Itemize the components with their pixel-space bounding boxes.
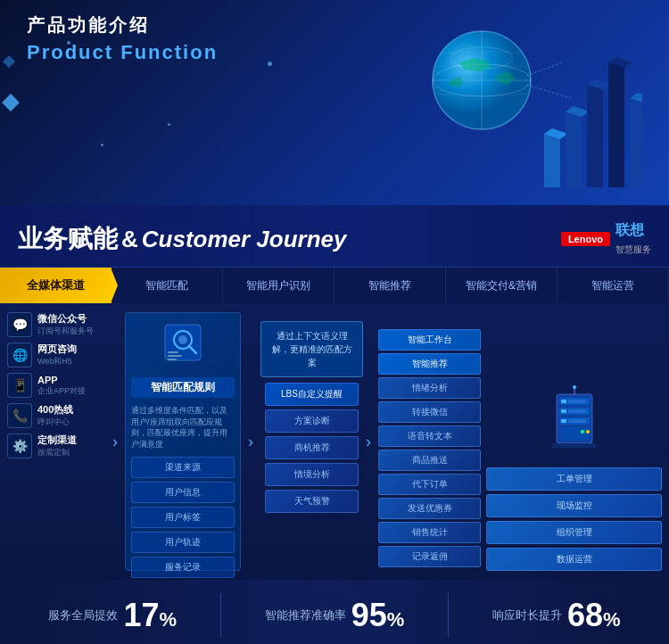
stat-accuracy-value: 95%: [351, 599, 405, 632]
section-title: 业务赋能 & Customer Journey: [18, 222, 347, 256]
stat-divider-1: [220, 593, 221, 638]
management-column: 工单管理 现场监控 组织管理 数据运营: [486, 312, 662, 571]
svg-point-35: [581, 430, 584, 433]
channel-custom-name: 定制渠道: [37, 433, 77, 447]
svg-rect-21: [168, 351, 178, 353]
svg-point-36: [586, 430, 590, 433]
diamond-decoration: [2, 94, 20, 111]
stat-divider-2: [448, 593, 449, 638]
svg-rect-39: [552, 443, 597, 448]
wechat-icon: 💬: [7, 312, 32, 337]
arrow-3: ›: [364, 312, 373, 571]
stat-response: 响应时长提升 68%: [492, 599, 621, 632]
statistics-bar: 服务全局提效 17% 智能推荐准确率 95% 响应时长提升 68%: [0, 580, 669, 644]
stat-accuracy-label: 智能推荐准确率: [265, 607, 346, 623]
channel-hotline-name: 400热线: [37, 403, 73, 417]
middle-column: 通过上下文语义理解，更精准的匹配方案 LBS自定义提醒 方案诊断 商机推荐 情境…: [260, 312, 359, 571]
matching-rules-box: 智能匹配规则 通过多维度条件匹配，以及用户/座席组双向匹配应规则，匹配最优座席，…: [125, 312, 241, 571]
smart-item-2: 情绪分析: [378, 377, 481, 399]
svg-line-16: [526, 85, 571, 98]
lbs-item-2: 商机推荐: [265, 436, 359, 459]
channel-wechat: 💬 微信公众号 订阅号和服务号: [7, 312, 105, 337]
svg-rect-30: [568, 409, 586, 413]
channel-web-name: 网页咨询: [37, 343, 77, 356]
channel-hotline: 📞 400热线 呼叫中心: [7, 403, 105, 428]
product-title-en: Product Function: [27, 41, 218, 64]
smart-item-4: 语音转文本: [378, 425, 481, 447]
svg-rect-26: [561, 400, 566, 403]
svg-rect-23: [168, 359, 177, 360]
tab-smart-recommend[interactable]: 智能推荐: [334, 268, 446, 303]
product-title-cn: 产品功能介绍: [27, 13, 218, 37]
title-en: Customer Journey: [142, 226, 347, 253]
svg-rect-27: [568, 400, 586, 403]
tab-user-recognition[interactable]: 智能用户识别: [223, 268, 334, 303]
channel-app: 📱 APP 企业APP对接: [7, 373, 105, 398]
smart-item-1: 智能推荐: [378, 353, 481, 375]
phone-icon: 📞: [7, 403, 32, 428]
rule-user-tag: 用户标签: [131, 507, 235, 528]
app-icon: 📱: [7, 373, 32, 398]
rule-user-info: 用户信息: [131, 482, 235, 503]
smart-item-0: 智能工作台: [378, 329, 481, 351]
mgmt-item-3: 数据运营: [486, 548, 662, 571]
svg-rect-29: [561, 409, 566, 413]
lenovo-cn-text: 联想 智慧服务: [615, 221, 651, 256]
top-banner: 产品功能介绍 Product Function: [0, 0, 669, 205]
lenovo-sub-label: 智慧服务: [615, 244, 651, 254]
stat-accuracy: 智能推荐准确率 95%: [265, 599, 405, 632]
smart-item-9: 记录返佣: [378, 546, 481, 567]
svg-rect-7: [566, 111, 582, 187]
svg-rect-33: [568, 419, 586, 423]
stat-efficiency-label: 服务全局提效: [48, 607, 118, 623]
channel-web-sub: Web和H5: [37, 356, 77, 367]
smart-item-3: 转接微信: [378, 401, 481, 423]
mgmt-item-2: 组织管理: [486, 521, 662, 544]
server-graphic: [486, 385, 662, 460]
svg-point-19: [178, 335, 187, 344]
rule-user-track: 用户轨迹: [131, 532, 235, 553]
content-grid: 💬 微信公众号 订阅号和服务号 🌐 网页咨询 Web和H5 📱 APP 企业AP…: [0, 303, 669, 580]
tab-smart-matching[interactable]: 智能匹配: [112, 268, 223, 303]
stat-response-label: 响应时长提升: [492, 607, 562, 623]
mgmt-item-0: 工单管理: [486, 467, 662, 491]
navigation-tabs[interactable]: 全媒体渠道 智能匹配 智能用户识别 智能推荐 智能交付&营销 智能运营: [0, 268, 669, 303]
mgmt-item-1: 现场监控: [486, 494, 662, 517]
lenovo-badge: Lenovo 联想 智慧服务: [561, 221, 651, 256]
channel-hotline-sub: 呼叫中心: [37, 417, 73, 428]
lbs-column: LBS自定义提醒 方案诊断 商机推荐 情境分析 天气预警: [265, 383, 359, 513]
tab-smart-delivery[interactable]: 智能交付&营销: [446, 268, 558, 303]
svg-line-15: [526, 62, 562, 76]
product-title-area: 产品功能介绍 Product Function: [27, 13, 218, 64]
lbs-item-0: LBS自定义提醒: [265, 383, 359, 406]
arrow-2: ›: [246, 312, 255, 571]
svg-rect-32: [561, 419, 566, 423]
lenovo-cn-label: 联想: [615, 221, 644, 240]
section-header: 业务赋能 & Customer Journey Lenovo 联想 智慧服务: [0, 205, 669, 268]
lbs-item-1: 方案诊断: [265, 409, 359, 433]
context-tooltip: 通过上下文语义理解，更精准的匹配方案: [260, 321, 363, 377]
matching-desc: 通过多维度条件匹配，以及用户/座席组双向匹配应规则，匹配最优座席，提升用户满意度: [131, 405, 235, 450]
rule-service-log: 服务记录: [131, 557, 235, 578]
isometric-graphic: [375, 9, 642, 196]
svg-rect-13: [630, 98, 642, 187]
tab-smart-ops[interactable]: 智能运营: [558, 268, 669, 303]
svg-rect-5: [544, 134, 560, 187]
svg-rect-11: [608, 62, 624, 187]
channels-column: 💬 微信公众号 订阅号和服务号 🌐 网页咨询 Web和H5 📱 APP 企业AP…: [7, 312, 105, 571]
title-sep: &: [121, 226, 138, 253]
smart-item-6: 代下订单: [378, 474, 481, 495]
stat-efficiency: 服务全局提效 17%: [48, 599, 177, 632]
channel-wechat-name: 微信公众号: [37, 312, 94, 326]
channel-wechat-sub: 订阅号和服务号: [37, 326, 94, 337]
svg-rect-34: [559, 427, 590, 440]
lbs-item-3: 情境分析: [265, 463, 359, 486]
tab-omnichannel[interactable]: 全媒体渠道: [0, 268, 112, 303]
smart-item-7: 发送优惠券: [378, 498, 481, 519]
smart-work-column: 智能工作台 智能推荐 情绪分析 转接微信 语音转文本 商品推送 代下订单 发送优…: [378, 329, 481, 567]
svg-rect-22: [168, 355, 182, 357]
diamond-decoration-2: [3, 55, 15, 68]
arrow-1: ›: [111, 312, 120, 571]
rule-source: 渠道来源: [131, 457, 235, 478]
smart-item-8: 销售统计: [378, 522, 481, 543]
